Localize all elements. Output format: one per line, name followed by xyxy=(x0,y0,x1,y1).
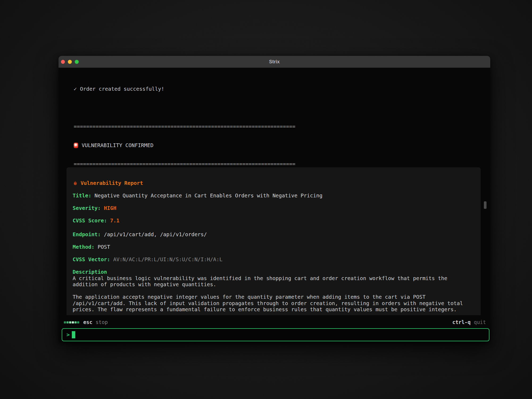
report-title: Vulnerability Report xyxy=(81,180,143,186)
status-left: esc stop xyxy=(64,319,108,326)
strix-terminal-window: Strix ✓ Order created successfully! ====… xyxy=(59,56,490,343)
status-right: ctrl-q quit xyxy=(452,319,486,326)
quit-key-hint[interactable]: ctrl-q xyxy=(452,319,471,326)
description-paragraph: The application accepts negative integer… xyxy=(73,294,475,313)
report-field-method: Method: POST xyxy=(73,244,475,250)
spinner-dot xyxy=(64,321,66,323)
quit-action-label: quit xyxy=(474,319,486,326)
bug-icon xyxy=(73,181,78,186)
vulnerability-report-panel: Vulnerability Report Title: Negative Qua… xyxy=(66,167,481,315)
description-line: /api/v1/cart/add. This lack of input val… xyxy=(73,300,475,307)
spinner-dot xyxy=(77,321,79,323)
success-line: ✓ Order created successfully! xyxy=(74,86,490,92)
banner-text: VULNERABILITY CONFIRMED xyxy=(82,142,153,149)
vulnerability-confirmed-banner: VULNERABILITY CONFIRMED xyxy=(74,142,490,149)
command-input[interactable]: > xyxy=(62,328,489,341)
scroll-viewport[interactable]: ✓ Order created successfully! ==========… xyxy=(59,68,490,315)
report-field-severity: Severity: HIGH xyxy=(73,205,475,211)
spinner-dot xyxy=(66,321,69,323)
status-bar: esc stop ctrl-q quit xyxy=(59,319,490,326)
window-title: Strix xyxy=(59,56,490,68)
report-header: Vulnerability Report xyxy=(73,180,475,186)
report-field-endpoint: Endpoint: /api/v1/cart/add, /api/v1/orde… xyxy=(73,231,475,238)
description-line: A critical business logic vulnerability … xyxy=(73,275,475,282)
text-cursor xyxy=(72,331,75,338)
activity-spinner-icon xyxy=(64,321,79,323)
window-titlebar[interactable]: Strix xyxy=(59,56,490,68)
check-icon: ✓ xyxy=(74,86,77,92)
prompt-symbol: > xyxy=(66,332,70,338)
terminal-content: ✓ Order created successfully! ==========… xyxy=(59,68,490,343)
esc-action-label: stop xyxy=(95,319,108,326)
description-heading: Description xyxy=(73,269,475,275)
description-line: prices. The flaw represents a fundamenta… xyxy=(73,306,475,313)
spinner-dot xyxy=(69,321,71,323)
report-field-title: Title: Negative Quantity Acceptance in C… xyxy=(73,193,475,199)
scrollbar-thumb[interactable] xyxy=(484,201,487,209)
report-field-cvss-score: CVSS Score: 7.1 xyxy=(73,218,475,224)
spinner-dot xyxy=(72,321,74,323)
esc-key-hint[interactable]: esc xyxy=(83,319,92,326)
spinner-dot xyxy=(74,321,77,323)
blank-line xyxy=(73,288,475,294)
separator-line: ========================================… xyxy=(74,123,490,130)
description-paragraph: A critical business logic vulnerability … xyxy=(73,275,475,288)
description-line: addition of products with negative quant… xyxy=(73,281,475,288)
rotating-light-icon xyxy=(74,143,78,148)
severity-badge: HIGH xyxy=(104,205,116,211)
blank-line xyxy=(74,105,490,111)
report-field-cvss-vector: CVSS Vector: AV:N/AC:L/PR:L/UI:N/S:U/C:N… xyxy=(73,256,475,263)
description-line: The application accepts negative integer… xyxy=(73,294,475,300)
separator-line: ========================================… xyxy=(74,161,490,167)
